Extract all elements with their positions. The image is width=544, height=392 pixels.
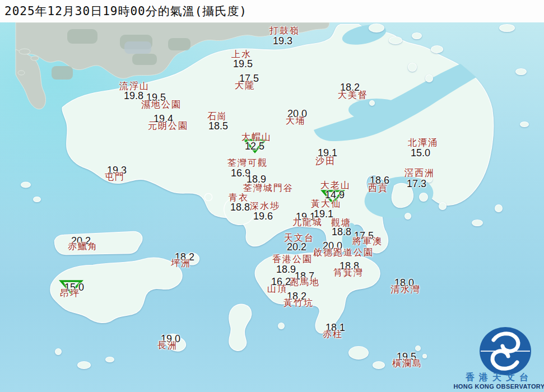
station-name: 大美督 — [338, 91, 368, 100]
hko-logo-cn: 香港天文台 — [454, 372, 544, 384]
station-name: 上水 — [231, 50, 252, 59]
station-name: 天文台 — [284, 234, 314, 242]
station-name: 赤柱 — [323, 330, 343, 339]
station-name: 元朗公園 — [148, 122, 188, 130]
hko-logo-en: HONG KONG OBSERVATORY — [450, 383, 544, 390]
hko-regional-temperature-map: 19.3打鼓嶺19.5上水17.5大隴19.8流浮山19.5濕地公園19.4元朗… — [0, 0, 544, 392]
station-name: 橫瀾島 — [392, 359, 422, 368]
station-name: 觀塘 — [331, 218, 351, 227]
station-name: 山頂 — [267, 284, 287, 293]
station-value: 19.6 — [253, 211, 273, 221]
station-value: 18.8 — [230, 202, 250, 212]
station-name: 大埔 — [286, 116, 306, 125]
station-name: 跑馬地 — [290, 278, 320, 287]
station-value: 15.0 — [411, 148, 430, 158]
map-title: 2025年12月30日19時00分的氣溫(攝氏度) — [4, 0, 247, 22]
station-name: 大帽山 — [241, 133, 272, 142]
station-value: 18.9 — [276, 264, 296, 274]
station-name: 長洲 — [157, 341, 178, 350]
station-name: 石崗 — [207, 112, 227, 121]
station-name: 打鼓嶺 — [269, 26, 300, 35]
station-name: 青衣 — [229, 193, 249, 202]
station-name: 荃灣城門谷 — [243, 184, 294, 193]
station-name: 滘西洲 — [404, 169, 435, 178]
station-name: 北潭涌 — [408, 138, 438, 147]
station-name: 黃大仙 — [311, 199, 341, 208]
station-value: 20.2 — [287, 242, 306, 252]
station-name: 西貢 — [368, 184, 388, 193]
station-name: 赤鱲角 — [68, 242, 98, 251]
station-name: 流浮山 — [119, 82, 150, 91]
station-name: 大隴 — [235, 81, 255, 90]
station-value: 19.8 — [124, 91, 143, 101]
station-name: 清水灣 — [390, 285, 421, 294]
station-name: 黃竹坑 — [283, 298, 314, 307]
station-value: 19.5 — [233, 59, 253, 69]
station-name: 坪洲 — [171, 259, 191, 268]
station-name: 昂坪 — [60, 289, 80, 298]
station-name: 深水埗 — [250, 202, 280, 211]
station-name: 濕地公園 — [141, 100, 182, 109]
station-name: 大老山 — [320, 181, 351, 190]
station-value: 17.3 — [407, 179, 426, 189]
station-value: 19.3 — [273, 36, 292, 46]
station-name: 啟德跑道公園 — [313, 248, 374, 257]
station-value: 18.5 — [208, 121, 228, 131]
station-name: 香港公園 — [272, 255, 313, 264]
station-name: 荃灣可觀 — [227, 158, 268, 167]
station-name: 將軍澳 — [352, 237, 383, 246]
station-value: 18.8 — [332, 227, 351, 237]
station-name: 屯門 — [105, 172, 125, 181]
station-name: 筲箕灣 — [333, 268, 364, 277]
title-bar: 2025年12月30日19時00分的氣溫(攝氏度) — [0, 0, 544, 22]
station-name: 沙田 — [315, 157, 336, 166]
station-name: 九龍城 — [292, 218, 323, 227]
station-value: 12.5 — [245, 141, 264, 151]
hko-logo: 香港天文台 HONG KONG OBSERVATORY — [454, 318, 544, 392]
